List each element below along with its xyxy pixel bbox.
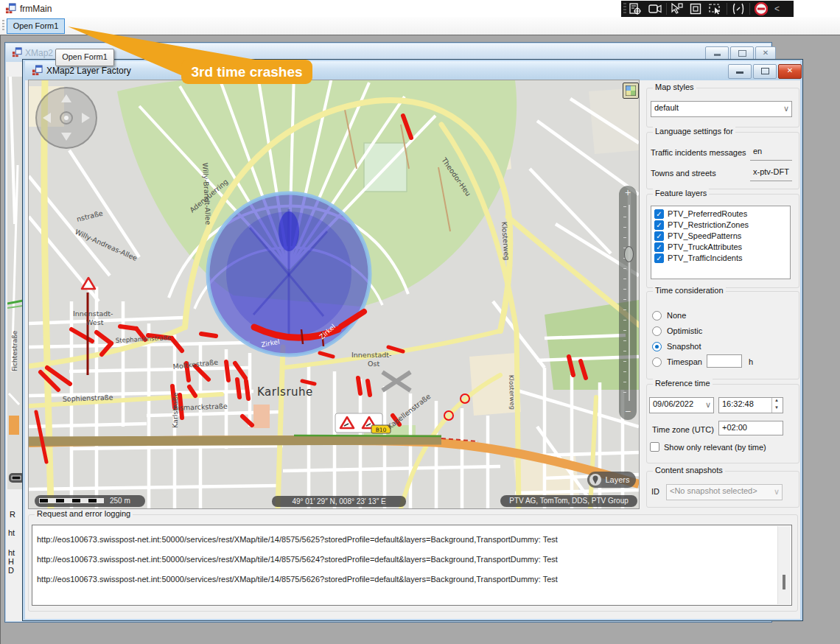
- spin-down-icon: ▼: [774, 405, 779, 410]
- radio-snapshot-label: Snapshot: [667, 342, 701, 351]
- log-fragment: D: [8, 566, 14, 575]
- scale-bar-segments: [39, 498, 104, 503]
- checkbox-icon[interactable]: ✓: [654, 220, 664, 230]
- traffic-messages-input[interactable]: en: [750, 145, 792, 161]
- feature-layer-item[interactable]: ✓ PTV_RestrictionZones: [653, 220, 788, 231]
- form-icon: [12, 47, 22, 60]
- spinner-buttons[interactable]: ▲ ▼: [771, 398, 783, 413]
- layer-factory-window[interactable]: XMap2 Layer Factory ✕: [22, 59, 803, 621]
- map-view[interactable]: B10 Adenauerring Willy-Brandt-Allee Will…: [28, 80, 640, 509]
- pan-control[interactable]: [35, 87, 97, 149]
- toolstrip: Open Form1: [0, 17, 840, 35]
- district-label: West: [86, 318, 104, 326]
- checkbox-icon[interactable]: ✓: [654, 209, 664, 219]
- radio-none[interactable]: [652, 311, 662, 321]
- towns-streets-label: Towns and streets: [651, 169, 716, 178]
- radio-timespan-label: Timespan: [667, 357, 702, 366]
- marker-icon: [589, 474, 601, 486]
- pan-left-arrow[interactable]: [43, 113, 51, 123]
- date-picker[interactable]: 09/06/2022 ∨: [649, 397, 714, 413]
- overview-map-button[interactable]: [623, 83, 639, 99]
- timezone-input[interactable]: +02:00: [718, 421, 783, 435]
- log-textbox[interactable]: http://eos100673.swisspost-net.int:50000…: [32, 525, 792, 606]
- map-style-value: default: [654, 103, 679, 112]
- log-fragment: ht: [8, 548, 15, 557]
- map-style-combobox[interactable]: default ∨: [651, 101, 792, 117]
- form-icon: [5, 3, 16, 17]
- desktop: frmMain Open Form1 XMap2 Layer Factory ✕: [0, 0, 840, 644]
- radio-timespan[interactable]: [652, 357, 662, 367]
- radio-optimistic[interactable]: [652, 326, 662, 336]
- zoom-track[interactable]: [629, 205, 630, 401]
- feature-layer-item[interactable]: ✓ PTV_TruckAttributes: [653, 242, 788, 253]
- collapse-chevron-icon[interactable]: <: [774, 4, 780, 14]
- layers-button[interactable]: Layers: [587, 472, 636, 488]
- towns-streets-input[interactable]: x-ptv-DFT: [750, 166, 792, 181]
- map-canvas: B10 Adenauerring Willy-Brandt-Allee Will…: [29, 80, 639, 508]
- log-scrollbar[interactable]: [777, 526, 791, 604]
- close-button[interactable]: ✕: [778, 64, 802, 79]
- spin-up-icon: ▲: [774, 398, 779, 402]
- district-label: Innenstadt-: [73, 309, 113, 318]
- street-label: nstraße: [76, 209, 104, 223]
- camera-icon[interactable]: [648, 4, 662, 13]
- feature-layer-item[interactable]: ✓ PTV_TrafficIncidents: [653, 253, 788, 264]
- radio-none-label: None: [667, 311, 686, 320]
- log-fragment: R: [10, 510, 15, 519]
- street-label: Bismarckstraße: [173, 402, 228, 412]
- toolbar-grip[interactable]: [623, 3, 626, 15]
- chevron-down-icon: ∨: [774, 487, 780, 497]
- timespan-input[interactable]: [707, 354, 742, 368]
- main-window-title: frmMain: [20, 4, 52, 14]
- radio-snapshot[interactable]: [652, 342, 662, 351]
- checkbox-icon[interactable]: ✓: [654, 242, 664, 252]
- form-icon: [32, 65, 43, 79]
- minimize-button[interactable]: [728, 64, 752, 79]
- snapshot-id-combobox[interactable]: <No snapshot selected> ∨: [666, 484, 783, 500]
- relevant-checkbox-label: Show only relevant (by time): [664, 443, 766, 452]
- log-fragment: H: [8, 557, 14, 566]
- open-form1-tooltip: Open Form1: [55, 49, 114, 66]
- pan-center-dot[interactable]: [60, 111, 73, 125]
- zoom-in-button[interactable]: +: [619, 187, 637, 199]
- pan-down-arrow[interactable]: [61, 133, 71, 141]
- open-form1-button[interactable]: Open Form1: [7, 18, 65, 34]
- cursor-region-icon[interactable]: [708, 3, 721, 15]
- pan-up-arrow[interactable]: [61, 94, 71, 102]
- log-line: http://eos100673.swisspost-net.int:50000…: [37, 550, 787, 570]
- region-square-icon[interactable]: [690, 3, 701, 15]
- map-attribution: PTV AG, TomTom, DDS, PTV Group: [500, 495, 637, 507]
- crash-callout-text: 3rd time crashes: [191, 64, 302, 80]
- time-spinner[interactable]: 16:32:48 ▲ ▼: [718, 397, 783, 413]
- log-scrollbar-thumb[interactable]: [783, 575, 785, 589]
- overview-map-icon: [626, 85, 636, 96]
- feature-layer-item[interactable]: ✓ PTV_PreferredRoutes: [653, 209, 788, 220]
- district-label: Innenstadt-: [351, 351, 391, 359]
- checkbox-icon[interactable]: ✓: [654, 253, 664, 263]
- toolstrip-grip[interactable]: [2, 20, 4, 32]
- checkbox-icon[interactable]: ✓: [654, 231, 664, 241]
- zoom-thumb[interactable]: [624, 246, 634, 262]
- pause-icon[interactable]: [732, 3, 745, 15]
- pan-right-arrow[interactable]: [82, 113, 90, 123]
- steps-list-icon[interactable]: [629, 3, 642, 15]
- timespan-unit-label: h: [749, 357, 753, 366]
- zoom-slider[interactable]: + −: [619, 186, 637, 420]
- scale-bar: 250 m: [35, 495, 145, 507]
- log-fragment: ht: [8, 528, 15, 537]
- feature-layers-listbox[interactable]: ✓ PTV_PreferredRoutes ✓ PTV_RestrictionZ…: [651, 206, 791, 279]
- feature-layer-item[interactable]: ✓ PTV_SpeedPatterns: [653, 231, 788, 242]
- record-disabled-icon[interactable]: [755, 2, 768, 15]
- relevant-checkbox[interactable]: [650, 442, 659, 452]
- window-title: XMap2 Layer Factory: [46, 66, 131, 76]
- svg-text:B10: B10: [376, 427, 387, 433]
- maximize-button[interactable]: [753, 64, 777, 79]
- street-label: Fichtestraße: [11, 330, 18, 371]
- chevron-down-icon: ∨: [705, 400, 711, 410]
- district-label: Ost: [368, 360, 379, 368]
- coordinates-readout: 49° 01′ 29″ N, 008° 23′ 13″ E: [272, 496, 406, 507]
- cursor-flag-icon[interactable]: [671, 3, 683, 15]
- background-map-strip: Fichtestraße: [7, 77, 23, 489]
- zoom-out-button[interactable]: −: [619, 407, 637, 419]
- log-line: http://eos100673.swisspost-net.int:50000…: [37, 530, 787, 550]
